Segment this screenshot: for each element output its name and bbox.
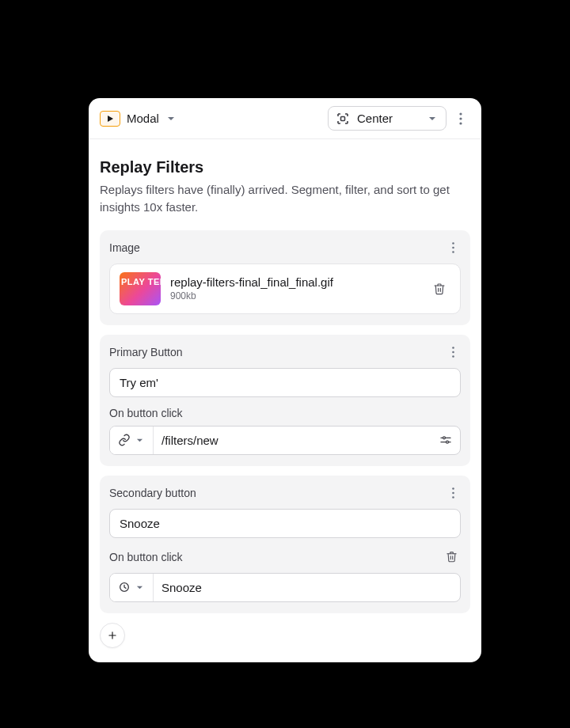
image-section-more-button[interactable]: [445, 240, 461, 256]
image-file-row[interactable]: replay-filters-final_final_final.gif 900…: [109, 264, 461, 314]
image-section: Image replay-filters-final_final_final.g…: [100, 230, 470, 325]
delete-secondary-action-button[interactable]: [442, 548, 461, 567]
secondary-action-type-select[interactable]: [110, 574, 154, 601]
delete-image-button[interactable]: [428, 278, 450, 300]
primary-button-section: Primary Button On button click: [100, 335, 470, 466]
secondary-on-click-input[interactable]: [154, 574, 460, 601]
play-icon: [100, 111, 120, 127]
svg-point-7: [452, 347, 454, 349]
svg-point-1: [459, 112, 462, 115]
svg-point-5: [452, 246, 454, 248]
position-select[interactable]: Center: [328, 106, 446, 131]
svg-point-13: [446, 441, 449, 443]
svg-point-16: [452, 496, 454, 499]
caret-down-icon: [134, 434, 145, 446]
secondary-on-click-combo: [109, 573, 461, 602]
panel-more-button[interactable]: [451, 109, 470, 128]
clock-icon: [118, 581, 131, 593]
svg-rect-0: [341, 116, 345, 120]
panel-content: Replay Filters Replays filters have (fin…: [89, 139, 481, 662]
image-thumbnail: [120, 272, 161, 305]
svg-point-14: [452, 487, 454, 490]
component-type-label: Modal: [127, 112, 159, 125]
svg-point-4: [452, 242, 454, 245]
image-section-label: Image: [109, 241, 140, 254]
svg-point-3: [459, 122, 462, 124]
secondary-button-more-button[interactable]: [445, 485, 461, 501]
primary-action-settings-button[interactable]: [431, 427, 460, 454]
add-row: [100, 623, 470, 648]
page-title: Replay Filters: [100, 158, 470, 176]
editor-panel: Modal Center Replay Filters Replays fi: [89, 98, 481, 662]
secondary-button-section: Secondary button On button click: [100, 476, 470, 613]
secondary-button-section-label: Secondary button: [109, 487, 196, 499]
primary-action-type-select[interactable]: [110, 427, 154, 454]
secondary-on-click-label: On button click: [109, 551, 183, 563]
plus-icon: [107, 630, 118, 641]
svg-point-11: [443, 437, 446, 439]
primary-button-more-button[interactable]: [445, 344, 461, 360]
caret-down-icon: [427, 113, 438, 124]
svg-point-6: [452, 251, 454, 253]
svg-point-8: [452, 351, 454, 353]
image-file-name: replay-filters-final_final_final.gif: [170, 275, 333, 289]
add-section-button[interactable]: [100, 623, 125, 648]
primary-on-click-combo: [109, 426, 461, 455]
svg-point-2: [459, 117, 462, 119]
link-icon: [118, 434, 131, 446]
image-file-size: 900kb: [170, 290, 333, 301]
svg-point-9: [452, 355, 454, 358]
primary-button-text-input[interactable]: [109, 368, 461, 397]
panel-header: Modal Center: [89, 98, 481, 139]
primary-on-click-label: On button click: [109, 407, 461, 419]
caret-down-icon: [165, 113, 177, 124]
primary-on-click-input[interactable]: [154, 427, 431, 454]
sliders-icon: [439, 434, 452, 446]
page-subtitle: Replays filters have (finally) arrived. …: [100, 181, 470, 216]
svg-point-15: [452, 491, 454, 494]
component-type-select[interactable]: Modal: [100, 111, 177, 127]
caret-down-icon: [134, 582, 145, 593]
secondary-button-text-input[interactable]: [109, 509, 461, 538]
center-align-icon: [336, 112, 349, 125]
primary-button-section-label: Primary Button: [109, 346, 183, 358]
position-label: Center: [357, 112, 393, 125]
